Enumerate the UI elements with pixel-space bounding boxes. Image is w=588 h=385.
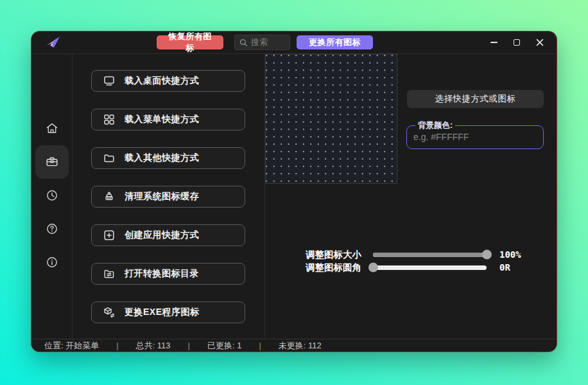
icon-size-slider[interactable] <box>373 253 487 257</box>
plus-square-icon <box>103 229 116 242</box>
clean-icon-cache-button[interactable]: 清理系统图标缓存 <box>91 186 245 208</box>
action-label: 载入菜单快捷方式 <box>125 114 199 125</box>
slider-group: 调整图标大小 100% 调整图标圆角 0R <box>306 248 521 274</box>
grid-icon <box>103 113 116 126</box>
sidebar <box>31 54 72 340</box>
open-converted-icons-folder-button[interactable]: 打开转换图标目录 <box>91 263 245 285</box>
action-label: 载入桌面快捷方式 <box>125 75 199 87</box>
sidebar-item-history[interactable] <box>35 179 69 212</box>
icon-radius-slider[interactable] <box>373 265 487 270</box>
status-separator: | <box>259 341 261 350</box>
status-total: 总共: 113 <box>136 340 171 352</box>
folder-icon <box>103 152 116 165</box>
restore-all-icons-button[interactable]: 恢复所有图标 <box>157 35 223 49</box>
replace-all-icons-button[interactable]: 更换所有图标 <box>297 35 373 49</box>
search-icon <box>239 39 248 47</box>
sidebar-item-home[interactable] <box>35 112 69 145</box>
change-exe-icon-button[interactable]: 更换EXE程序图标 <box>91 301 245 323</box>
create-app-shortcut-button[interactable]: 创建应用快捷方式 <box>91 224 245 246</box>
action-label: 清理系统图标缓存 <box>125 191 199 202</box>
icon-radius-value: 0R <box>499 262 510 273</box>
question-circle-icon <box>45 222 59 236</box>
load-desktop-shortcuts-button[interactable]: 载入桌面快捷方式 <box>91 70 245 92</box>
icon-preview-canvas[interactable] <box>265 54 397 184</box>
icon-radius-slider-row: 调整图标圆角 0R <box>306 261 521 274</box>
app-window: 恢复所有图标 搜索 更换所有图标 <box>31 31 557 352</box>
minimize-icon <box>490 42 497 43</box>
status-separator: | <box>116 341 118 350</box>
search-placeholder: 搜索 <box>251 37 268 48</box>
sidebar-item-help[interactable] <box>35 212 69 246</box>
close-icon <box>536 39 544 46</box>
action-button-list: 载入桌面快捷方式 载入菜单快捷方式 载入其他快捷方式 <box>91 70 245 340</box>
close-button[interactable] <box>528 33 551 52</box>
brush-icon <box>103 190 116 203</box>
action-label: 更换EXE程序图标 <box>125 307 200 318</box>
maximize-icon <box>514 39 520 46</box>
background-color-label: 背景颜色: <box>415 120 455 131</box>
titlebar: 恢复所有图标 搜索 更换所有图标 <box>31 31 557 53</box>
action-label: 创建应用快捷方式 <box>125 229 199 241</box>
icon-radius-label: 调整图标圆角 <box>306 262 365 274</box>
sidebar-item-about[interactable] <box>35 246 69 279</box>
status-unchanged: 未更换: 112 <box>279 340 322 352</box>
folder-swap-icon <box>103 267 116 280</box>
desktop-icon <box>103 75 116 87</box>
status-changed: 已更换: 1 <box>207 340 241 352</box>
maximize-button[interactable] <box>505 33 528 52</box>
clock-icon <box>45 188 59 202</box>
icon-size-slider-row: 调整图标大小 100% <box>306 248 521 261</box>
icon-size-value: 100% <box>499 249 521 260</box>
background-color-field: 背景颜色: <box>406 120 544 149</box>
window-controls <box>482 31 551 53</box>
status-separator: | <box>188 341 190 350</box>
load-menu-shortcuts-button[interactable]: 载入菜单快捷方式 <box>91 109 245 130</box>
action-label: 载入其他快捷方式 <box>125 152 199 164</box>
load-other-shortcuts-button[interactable]: 载入其他快捷方式 <box>91 147 245 169</box>
app-logo-paper-plane-icon <box>45 34 62 51</box>
status-location: 位置: 开始菜单 <box>44 340 99 352</box>
info-circle-icon <box>45 255 59 269</box>
select-shortcut-or-icon-button[interactable]: 选择快捷方式或图标 <box>407 90 544 108</box>
search-input[interactable]: 搜索 <box>234 35 290 50</box>
slider-handle[interactable] <box>368 263 378 273</box>
cube-swap-icon <box>103 306 116 319</box>
slider-fill <box>373 253 487 257</box>
background-color-input[interactable] <box>412 131 538 146</box>
slider-handle[interactable] <box>482 250 492 260</box>
action-label: 打开转换图标目录 <box>125 268 199 280</box>
minimize-button[interactable] <box>482 33 505 52</box>
icon-size-label: 调整图标大小 <box>306 249 365 261</box>
sidebar-divider <box>72 54 73 340</box>
titlebar-center-group: 恢复所有图标 搜索 更换所有图标 <box>157 31 373 53</box>
home-icon <box>45 121 59 136</box>
sidebar-item-toolbox[interactable] <box>35 145 69 179</box>
toolbox-icon <box>45 155 59 169</box>
statusbar: 位置: 开始菜单 | 总共: 113 | 已更换: 1 | 未更换: 112 <box>31 339 557 352</box>
